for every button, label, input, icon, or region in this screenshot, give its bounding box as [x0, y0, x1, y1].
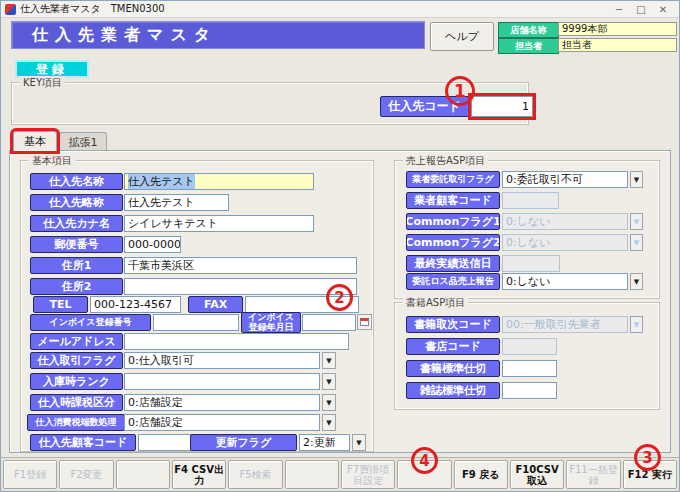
minimize-button[interactable]: − [613, 4, 625, 15]
loss-report-combobox[interactable]: 0:しない [502, 273, 628, 290]
tax-class-dropdown-arrow-icon[interactable]: ▼ [322, 394, 336, 411]
book-agent-code-combobox: 00:一般取引先業者 [502, 316, 628, 333]
app-icon [5, 4, 16, 15]
invoice-number-input[interactable] [153, 314, 239, 331]
annotation-circle-1: 1 [445, 76, 475, 106]
loss-report-label: 委託ロス品売上報告 [406, 273, 500, 290]
loss-report-dropdown-arrow-icon[interactable]: ▼ [630, 273, 643, 290]
f7-payable-settings-button: F7買掛項目設定 [341, 460, 395, 489]
maximize-button[interactable]: □ [635, 4, 647, 15]
annotation-circle-2: 2 [326, 284, 353, 311]
f3-empty-button [116, 460, 170, 489]
supplier-kana-input[interactable]: シイレサキテスト [124, 215, 314, 232]
trade-flag-dropdown-arrow-icon[interactable]: ▼ [322, 352, 336, 369]
help-button[interactable]: ヘルプ [430, 22, 494, 51]
application-window: 仕入先業者マスタ TMEN0300 − □ ✕ 仕入先業者マスタ ヘルプ 店舗名… [0, 0, 680, 492]
common-flag1-combobox: 0:しない [502, 213, 628, 230]
zip-label: 郵便番号 [30, 236, 123, 253]
customer-code-label: 仕入先顧客コード [30, 434, 136, 451]
f11-bulk-register-button: F11一括登録 [566, 460, 620, 489]
vendor-code-label: 業者顧客コード [406, 192, 500, 209]
tax-round-dropdown-arrow-icon[interactable]: ▼ [322, 414, 336, 431]
stock-rank-label: 入庫時ランク [30, 373, 123, 390]
book-asp-group-title: 書籍ASP項目 [403, 296, 468, 310]
invoice-number-label: インボイス登録番号 [30, 314, 151, 331]
email-label: メールアドレス [30, 333, 123, 350]
close-button[interactable]: ✕ [657, 4, 669, 15]
store-name-label: 店舗名称 [498, 22, 559, 38]
vendor-code-input [502, 192, 559, 209]
consign-flag-combobox[interactable]: 0:委託取引不可 [502, 171, 628, 188]
f5-search-button: F5検索 [228, 460, 282, 489]
tab-basic[interactable]: 基本 [13, 131, 57, 151]
stock-rank-dropdown-arrow-icon[interactable]: ▼ [322, 373, 336, 390]
supplier-name-label: 仕入先名称 [30, 173, 123, 190]
trade-flag-label: 仕入取引フラグ [30, 352, 123, 369]
supplier-shortname-input[interactable]: 仕入先テスト [124, 194, 229, 211]
function-key-bar: F1登録 F2変更 F4 CSV出力 F5検索 F7買掛項目設定 F9 戻る F… [1, 457, 679, 491]
supplier-shortname-label: 仕入先略称 [30, 194, 123, 211]
tab-extension1[interactable]: 拡張1 [59, 132, 107, 151]
bookstore-code-input [502, 338, 557, 355]
tax-class-combobox[interactable]: 0:店舗設定 [124, 394, 320, 411]
tel-input[interactable]: 000-123-4567 [90, 296, 181, 313]
supplier-kana-label: 仕入先カナ名 [30, 215, 123, 232]
address1-label: 住所1 [30, 257, 123, 274]
magazine-rate-label: 雑誌標準仕切 [406, 382, 500, 399]
update-flag-label: 更新フラグ [190, 434, 297, 451]
invoice-date-label-line2: 登録年月日 [249, 323, 294, 332]
stock-rank-combobox[interactable] [124, 373, 320, 390]
basic-group: 基本項目 仕入先名称 仕入先テスト 仕入先略称 仕入先テスト 仕入先カナ名 シイ… [20, 160, 374, 452]
supplier-name-input[interactable]: 仕入先テスト [124, 173, 314, 190]
zip-input[interactable]: 000-0000 [124, 236, 181, 253]
customer-code-input[interactable] [138, 434, 193, 451]
common-flag1-label: Commonフラグ1 [406, 213, 500, 230]
f10-csv-import-button[interactable]: F10CSV取込 [510, 460, 564, 489]
update-flag-dropdown-arrow-icon[interactable]: ▼ [352, 434, 366, 451]
common-flag2-dropdown-arrow-icon: ▼ [630, 234, 643, 251]
sales-asp-group-title: 売上報告ASP項目 [403, 154, 488, 168]
book-asp-group: 書籍ASP項目 書籍取次コード 00:一般取引先業者 ▼ 書店コード 書籍標準仕… [394, 302, 660, 410]
page-title: 仕入先業者マスタ [11, 21, 425, 49]
selected-text: 仕入先テスト [128, 174, 195, 189]
sales-asp-group: 売上報告ASP項目 業者委託取引フラグ 0:委託取引不可 ▼ 業者顧客コード C… [394, 160, 660, 299]
address2-input[interactable] [124, 278, 357, 295]
f2-change-button: F2変更 [59, 460, 113, 489]
last-sent-date-label: 最終実績送信日 [406, 255, 500, 272]
f4-csv-export-button[interactable]: F4 CSV出力 [172, 460, 226, 489]
f6-empty-button [285, 460, 339, 489]
tel-label: TEL [33, 296, 88, 313]
invoice-date-label: インボイス 登録年月日 [241, 312, 301, 333]
supplier-code-input[interactable]: 1 [471, 96, 533, 117]
annotation-circle-3: 3 [634, 444, 661, 471]
email-input[interactable] [124, 333, 349, 350]
window-controls: − □ ✕ [613, 4, 675, 15]
annotation-circle-4: 4 [411, 447, 438, 474]
common-flag2-label: Commonフラグ2 [406, 234, 500, 251]
f9-back-button[interactable]: F9 戻る [454, 460, 508, 489]
f1-register-button: F1登録 [3, 460, 57, 489]
staff-value: 担当者 [558, 38, 677, 52]
fax-label: FAX [188, 296, 243, 313]
tax-round-label: 仕入消費税端数処理 [27, 414, 125, 431]
calendar-button[interactable] [357, 314, 372, 330]
common-flag1-dropdown-arrow-icon: ▼ [630, 213, 643, 230]
address2-label: 住所2 [30, 278, 123, 295]
staff-label: 担当者 [498, 38, 559, 54]
book-rate-label: 書籍標準仕切 [406, 360, 500, 377]
address1-input[interactable]: 千葉市美浜区 [124, 257, 357, 274]
book-rate-input[interactable] [502, 360, 557, 377]
window-titlebar: 仕入先業者マスタ TMEN0300 − □ ✕ [1, 1, 679, 18]
window-title: 仕入先業者マスタ TMEN0300 [20, 2, 165, 16]
key-section-title: KEY項目 [20, 76, 65, 90]
trade-flag-combobox[interactable]: 0:仕入取引可 [124, 352, 320, 369]
store-name-value: 9999本部 [558, 22, 677, 36]
tax-class-label: 仕入時課税区分 [30, 394, 123, 411]
book-agent-code-label: 書籍取次コード [406, 316, 500, 333]
update-flag-combobox[interactable]: 2:更新 [299, 434, 350, 451]
tax-round-combobox[interactable]: 0:店舗設定 [124, 414, 320, 431]
consign-flag-label: 業者委託取引フラグ [406, 171, 500, 188]
invoice-date-input[interactable] [302, 314, 356, 331]
magazine-rate-input[interactable] [502, 382, 557, 399]
consign-flag-dropdown-arrow-icon[interactable]: ▼ [630, 171, 643, 188]
